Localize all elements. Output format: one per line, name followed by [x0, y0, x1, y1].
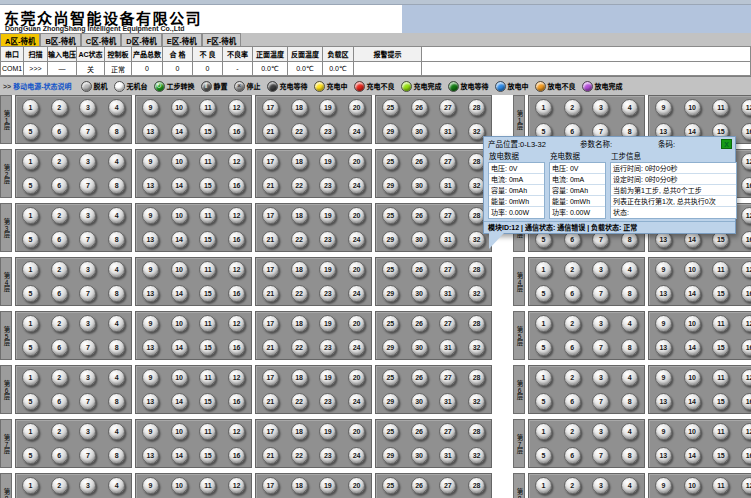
cell-button[interactable]: 23 [319, 393, 336, 410]
cell-button[interactable]: 24 [348, 231, 365, 248]
cell-button[interactable]: 11 [712, 369, 729, 386]
cell-button[interactable]: 25 [382, 369, 399, 386]
cell-button[interactable]: 18 [291, 207, 308, 224]
tab-zone-1[interactable]: B区-待机 [40, 33, 80, 46]
cell-button[interactable]: 5 [22, 285, 39, 302]
cell-button[interactable]: 4 [621, 261, 638, 278]
cell-button[interactable]: 13 [655, 447, 672, 464]
cell-button[interactable]: 30 [411, 447, 428, 464]
cell-button[interactable]: 14 [171, 285, 188, 302]
cell-button[interactable]: 1 [22, 477, 39, 494]
cell-button[interactable]: 13 [655, 285, 672, 302]
cell-button[interactable]: 27 [439, 477, 456, 494]
cell-button[interactable]: 7 [79, 123, 96, 140]
popup-close-button[interactable]: X [721, 139, 732, 149]
cell-button[interactable]: 22 [291, 285, 308, 302]
cell-button[interactable]: 28 [468, 99, 485, 116]
cell-button[interactable]: 13 [142, 285, 159, 302]
cell-button[interactable]: 18 [291, 477, 308, 494]
cell-button[interactable]: 7 [79, 177, 96, 194]
cell-button[interactable]: 9 [142, 369, 159, 386]
cell-button[interactable]: 30 [411, 393, 428, 410]
cell-button[interactable]: 18 [291, 423, 308, 440]
cell-button[interactable]: 3 [79, 315, 96, 332]
cell-button[interactable]: 19 [319, 207, 336, 224]
cell-button[interactable]: 7 [79, 231, 96, 248]
cell-button[interactable]: 7 [592, 285, 609, 302]
cell-button[interactable]: 26 [411, 423, 428, 440]
cell-button[interactable]: 25 [382, 423, 399, 440]
cell-button[interactable]: 6 [51, 339, 68, 356]
cell-button[interactable]: 8 [621, 285, 638, 302]
cell-button[interactable]: 10 [171, 369, 188, 386]
cell-button[interactable]: 9 [142, 261, 159, 278]
cell-button[interactable]: 6 [51, 393, 68, 410]
cell-button[interactable]: 7 [79, 339, 96, 356]
cell-button[interactable]: 16 [228, 339, 245, 356]
cell-button[interactable]: 13 [142, 339, 159, 356]
cell-button[interactable]: 3 [79, 153, 96, 170]
cell-button[interactable]: 18 [291, 369, 308, 386]
cell-button[interactable]: 2 [564, 369, 581, 386]
cell-button[interactable]: 4 [108, 153, 125, 170]
cell-button[interactable]: 32 [468, 339, 485, 356]
cell-button[interactable]: 16 [228, 285, 245, 302]
cell-button[interactable]: 6 [564, 339, 581, 356]
cell-button[interactable]: 27 [439, 423, 456, 440]
cell-button[interactable]: 20 [348, 99, 365, 116]
cell-button[interactable]: 20 [348, 153, 365, 170]
cell-button[interactable]: 11 [199, 315, 216, 332]
cell-button[interactable]: 12 [228, 315, 245, 332]
cell-button[interactable]: 3 [592, 369, 609, 386]
cell-button[interactable]: 19 [319, 477, 336, 494]
cell-button[interactable]: 14 [684, 447, 701, 464]
cell-button[interactable]: 1 [535, 99, 552, 116]
cell-button[interactable]: 11 [199, 369, 216, 386]
cell-button[interactable]: 20 [348, 369, 365, 386]
cell-button[interactable]: 13 [142, 447, 159, 464]
cell-button[interactable]: 21 [262, 393, 279, 410]
cell-button[interactable]: 12 [741, 369, 751, 386]
cell-button[interactable]: 12 [741, 423, 751, 440]
cell-button[interactable]: 19 [319, 153, 336, 170]
legend-status-link[interactable]: 移动电源-状态说明 [13, 81, 71, 91]
cell-button[interactable]: 8 [621, 447, 638, 464]
cell-button[interactable]: 20 [348, 477, 365, 494]
cell-button[interactable]: 25 [382, 477, 399, 494]
cell-button[interactable]: 4 [108, 315, 125, 332]
cell-button[interactable]: 10 [171, 261, 188, 278]
cell-button[interactable]: 7 [79, 393, 96, 410]
cell-button[interactable]: 3 [592, 99, 609, 116]
cell-button[interactable]: 17 [262, 477, 279, 494]
cell-button[interactable]: 22 [291, 393, 308, 410]
cell-button[interactable]: 25 [382, 261, 399, 278]
cell-button[interactable]: 19 [319, 261, 336, 278]
cell-button[interactable]: 23 [319, 231, 336, 248]
cell-button[interactable]: 26 [411, 99, 428, 116]
cell-button[interactable]: 8 [621, 393, 638, 410]
cell-button[interactable]: 28 [468, 261, 485, 278]
cell-button[interactable]: 8 [108, 231, 125, 248]
cell-button[interactable]: 30 [411, 285, 428, 302]
cell-button[interactable]: 9 [142, 207, 159, 224]
cell-button[interactable]: 7 [592, 339, 609, 356]
cell-button[interactable]: 14 [171, 231, 188, 248]
cell-button[interactable]: 22 [291, 123, 308, 140]
cell-button[interactable]: 12 [228, 423, 245, 440]
cell-button[interactable]: 11 [712, 423, 729, 440]
cell-button[interactable]: 21 [262, 123, 279, 140]
cell-button[interactable]: 22 [291, 447, 308, 464]
cell-button[interactable]: 12 [228, 99, 245, 116]
cell-button[interactable]: 1 [22, 315, 39, 332]
cell-button[interactable]: 2 [564, 315, 581, 332]
cell-button[interactable]: 14 [684, 285, 701, 302]
cell-button[interactable]: 9 [655, 369, 672, 386]
cell-button[interactable]: 16 [741, 447, 751, 464]
cell-button[interactable]: 26 [411, 369, 428, 386]
cell-button[interactable]: 26 [411, 315, 428, 332]
cell-button[interactable]: 27 [439, 153, 456, 170]
cell-button[interactable]: 7 [79, 447, 96, 464]
cell-button[interactable]: 15 [712, 339, 729, 356]
cell-button[interactable]: 30 [411, 231, 428, 248]
cell-button[interactable]: 3 [592, 423, 609, 440]
